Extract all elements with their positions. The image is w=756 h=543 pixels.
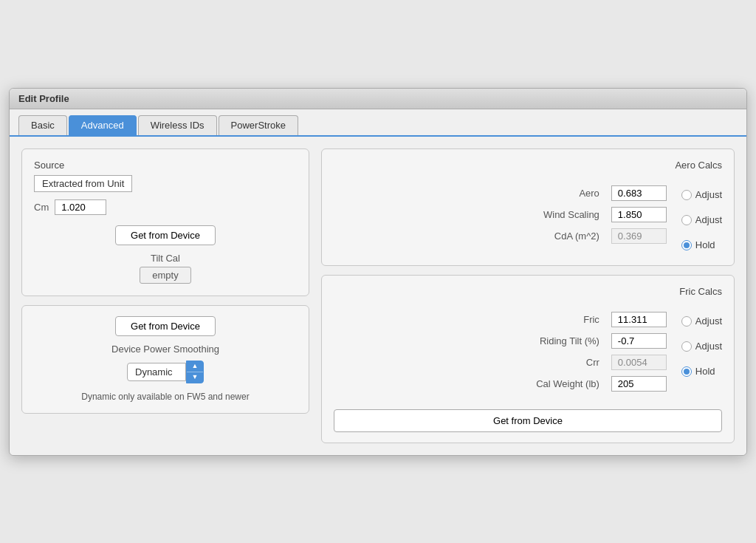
tab-advanced[interactable]: Advanced	[69, 115, 137, 135]
aero-radio-adjust-1[interactable]: Adjust	[681, 185, 722, 205]
titlebar: Edit Profile	[10, 89, 746, 109]
tab-wireless-ids[interactable]: Wireless IDs	[138, 115, 217, 135]
cal-weight-input[interactable]	[611, 376, 667, 392]
power-smoothing-label: Device Power Smoothing	[111, 344, 219, 355]
wind-scaling-row: Wind Scaling	[526, 207, 667, 222]
tilt-cal-label: Tilt Cal	[151, 253, 180, 264]
wind-scaling-input[interactable]	[611, 207, 667, 222]
aero-radio-btn-2[interactable]	[681, 215, 692, 225]
edit-profile-window: Edit Profile Basic Advanced Wireless IDs…	[9, 88, 747, 456]
fric-label: Fric	[526, 314, 599, 325]
aero-params: Aero Wind Scaling CdA (m^2)	[526, 185, 667, 244]
fric-section: Fric Calcs Fric Riding Tilt (%) Cr	[321, 275, 735, 443]
right-panel: Aero Calcs Aero Wind Scaling CdA (	[321, 148, 735, 443]
dynamic-select-wrapper: Dynamic ▲ ▼	[127, 361, 204, 383]
get-from-device-1-button[interactable]: Get from Device	[115, 225, 216, 245]
aero-radio-adjust-2[interactable]: Adjust	[681, 211, 722, 230]
cda-input	[611, 228, 667, 244]
aero-radio-btn-1[interactable]	[681, 190, 692, 200]
crr-row: Crr	[526, 355, 667, 370]
source-value: Extracted from Unit	[34, 175, 132, 192]
aero-section: Aero Calcs Aero Wind Scaling CdA (	[321, 148, 735, 266]
fric-radio-btn-3[interactable]	[681, 366, 692, 377]
cal-weight-row: Cal Weight (lb)	[526, 376, 667, 392]
power-smoothing-section: Get from Device Device Power Smoothing D…	[21, 305, 309, 414]
cm-section: Source Extracted from Unit Cm Get from D…	[21, 148, 309, 296]
tab-powerstroke[interactable]: PowerStroke	[219, 115, 298, 135]
crr-label: Crr	[526, 357, 599, 368]
window-title: Edit Profile	[18, 93, 69, 104]
left-panel: Source Extracted from Unit Cm Get from D…	[21, 148, 309, 443]
fric-radio-btn-2[interactable]	[681, 341, 692, 352]
cda-label: CdA (m^2)	[526, 230, 599, 242]
fric-radio-column: Adjust Adjust Hold	[681, 312, 722, 406]
aero-radio-label-2: Adjust	[695, 214, 722, 225]
cda-row: CdA (m^2)	[526, 228, 667, 244]
cm-label: Cm	[34, 202, 49, 213]
wind-scaling-label: Wind Scaling	[526, 209, 599, 220]
aero-radio-column: Adjust Adjust Hold	[681, 185, 722, 255]
fric-params: Fric Riding Tilt (%) Crr Cal Weight	[526, 312, 667, 392]
get-from-device-bottom-button[interactable]: Get from Device	[334, 409, 722, 432]
tab-basic[interactable]: Basic	[18, 115, 67, 135]
aero-radio-label-1: Adjust	[695, 189, 722, 200]
fric-radio-label-2: Adjust	[695, 341, 722, 352]
aero-row: Aero	[526, 185, 667, 201]
fric-radio-label-1: Adjust	[695, 315, 722, 327]
stepper-down[interactable]: ▼	[187, 372, 203, 383]
riding-tilt-input[interactable]	[611, 333, 667, 349]
stepper-up[interactable]: ▲	[187, 361, 203, 372]
get-from-device-2-button[interactable]: Get from Device	[115, 316, 216, 336]
riding-tilt-label: Riding Tilt (%)	[526, 335, 599, 346]
riding-tilt-row: Riding Tilt (%)	[526, 333, 667, 349]
fric-radio-hold[interactable]: Hold	[681, 362, 722, 381]
aero-radio-label-3: Hold	[695, 239, 715, 250]
fric-radio-btn-1[interactable]	[681, 316, 692, 327]
dynamic-select[interactable]: Dynamic	[127, 363, 186, 381]
tilt-cal-value: empty	[140, 267, 190, 284]
aero-radio-hold[interactable]: Hold	[681, 236, 722, 255]
fric-radio-adjust-2[interactable]: Adjust	[681, 337, 722, 356]
aero-radio-btn-3[interactable]	[681, 240, 692, 250]
cm-row: Cm	[34, 199, 297, 215]
source-label: Source	[34, 160, 297, 171]
select-stepper[interactable]: ▲ ▼	[186, 361, 204, 383]
fric-input[interactable]	[611, 312, 667, 327]
cal-weight-label: Cal Weight (lb)	[526, 378, 599, 389]
fric-radio-label-3: Hold	[695, 366, 715, 377]
dynamic-note: Dynamic only available on FW5 and newer	[81, 391, 249, 403]
fric-radio-adjust-1[interactable]: Adjust	[681, 312, 722, 331]
fric-row: Fric	[526, 312, 667, 327]
tabs-bar: Basic Advanced Wireless IDs PowerStroke	[10, 109, 746, 137]
crr-input	[611, 355, 667, 370]
cm-input[interactable]	[55, 199, 106, 215]
tilt-cal-section: Tilt Cal empty	[140, 253, 190, 284]
aero-label: Aero	[526, 188, 599, 199]
fric-calcs-header: Fric Calcs	[679, 286, 722, 297]
content-area: Source Extracted from Unit Cm Get from D…	[10, 137, 746, 455]
aero-calcs-header: Aero Calcs	[675, 160, 722, 171]
aero-input[interactable]	[611, 185, 667, 201]
